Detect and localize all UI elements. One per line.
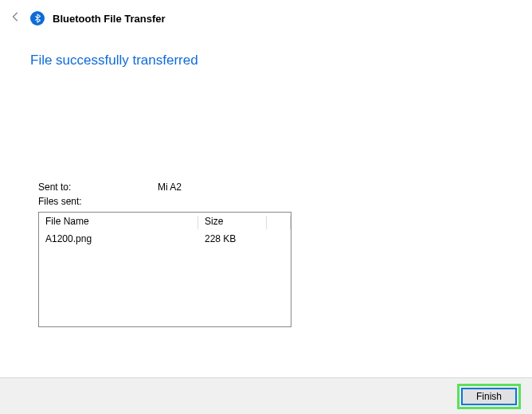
files-table-container: File Name Size A1200.png 228 KB: [38, 212, 291, 327]
cell-filename: A1200.png: [39, 231, 198, 247]
sent-to-value: Mi A2: [158, 180, 182, 194]
table-header-row: File Name Size: [39, 213, 291, 231]
finish-button[interactable]: Finish: [461, 388, 517, 405]
bluetooth-icon: [30, 11, 45, 25]
wizard-footer: Finish: [0, 377, 532, 414]
files-sent-label: Files sent:: [38, 194, 158, 209]
window-title: Bluetooth File Transfer: [53, 13, 166, 25]
page-heading: File successfully transferred: [30, 53, 502, 68]
sent-to-label: Sent to:: [38, 180, 158, 194]
col-spacer: [267, 213, 291, 231]
table-row[interactable]: A1200.png 228 KB: [39, 231, 291, 247]
cell-size: 228 KB: [198, 231, 267, 247]
col-filename[interactable]: File Name: [39, 213, 198, 231]
finish-highlight: Finish: [457, 384, 521, 409]
files-sent-row: Files sent:: [38, 194, 502, 209]
col-size[interactable]: Size: [198, 213, 267, 231]
finish-button-label: Finish: [476, 391, 502, 402]
files-table: File Name Size A1200.png 228 KB: [39, 213, 291, 247]
wizard-header: Bluetooth File Transfer: [0, 0, 532, 25]
sent-to-row: Sent to: Mi A2: [38, 180, 502, 194]
wizard-content: File successfully transferred Sent to: M…: [0, 53, 532, 327]
back-arrow-icon[interactable]: [10, 11, 22, 25]
